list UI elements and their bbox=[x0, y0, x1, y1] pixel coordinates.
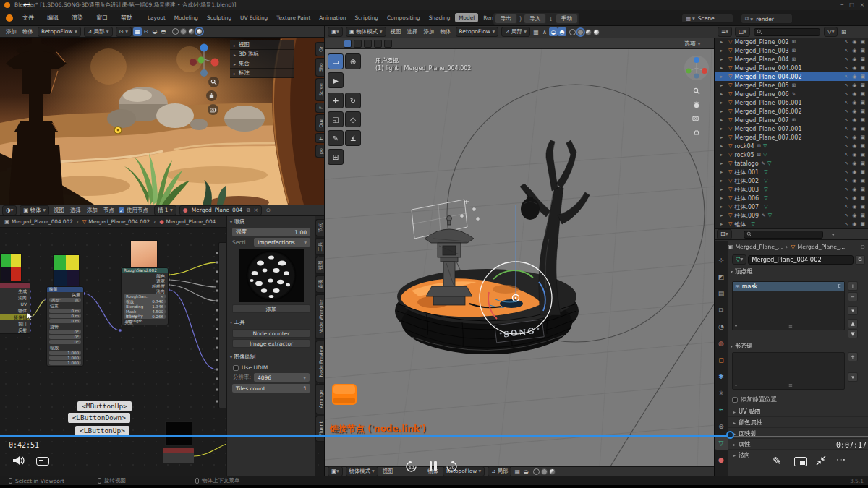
wireframe-shading-button[interactable] bbox=[533, 468, 540, 475]
outliner-row[interactable]: ▸ ▽ Merged_Plane_006.001 ↖ ◉ ▣ bbox=[715, 98, 868, 107]
tools-panel-header[interactable]: ▾ 工具 bbox=[227, 317, 315, 328]
texture-coordinate-node[interactable]: 纹理坐标 生成法向UV物体摄像机窗口反射 bbox=[0, 282, 30, 334]
move-group-up-button[interactable]: ▲ bbox=[848, 319, 858, 328]
mapping-node[interactable]: 映射 矢量 类型:点 位置 0 m0 m0 m 旋转 0°0°0° 缩放 1.0… bbox=[46, 286, 84, 367]
disable-render-icon[interactable]: ▣ bbox=[860, 108, 865, 114]
list-filter-icon[interactable]: ▾ bbox=[735, 382, 737, 388]
hide-viewport-icon[interactable]: ◉ bbox=[852, 108, 856, 114]
outliner-row[interactable]: ▸ ▽ 柱体.009 ✎ ▽ ↖ ◉ ▣ bbox=[715, 211, 868, 220]
node-output[interactable]: 物体 bbox=[0, 307, 30, 314]
sidebar-tab-view[interactable]: 视图 bbox=[315, 257, 324, 274]
selectable-toggle-icon[interactable]: ↖ bbox=[844, 74, 848, 80]
zoom-button[interactable] bbox=[691, 85, 702, 96]
pin-icon[interactable]: ⊙ bbox=[266, 207, 271, 213]
hide-viewport-icon[interactable]: ◉ bbox=[852, 169, 856, 175]
gizmos-toggle[interactable]: ◓ bbox=[159, 27, 168, 36]
object-name[interactable]: 柱体.007 bbox=[734, 203, 759, 211]
vertex-group-specials-button[interactable]: ▾ bbox=[848, 306, 858, 315]
camera-view-button[interactable] bbox=[691, 113, 702, 124]
expand-arrow-icon[interactable]: ▸ bbox=[720, 195, 726, 201]
expand-arrow-icon[interactable]: ▸ bbox=[720, 126, 726, 132]
node-slider[interactable]: Bump strength0.266 bbox=[124, 314, 166, 319]
wireframe-shading-button[interactable] bbox=[172, 28, 179, 35]
outliner-row[interactable]: ▸ ▽ 柱体.006 ▽ ↖ ◉ ▣ bbox=[715, 194, 868, 202]
viewport-menu[interactable]: 物体 bbox=[441, 28, 451, 35]
outliner-row[interactable]: ▸ ▽ Merged_Plane_002 ⊞ ↖ ◉ ▣ bbox=[715, 38, 868, 46]
outliner-search-input[interactable] bbox=[754, 28, 820, 36]
node-editor-menu[interactable]: 视图 bbox=[54, 207, 64, 214]
viewport-menu[interactable]: 视图 bbox=[391, 28, 401, 35]
strength-slider[interactable]: 强度1.00 bbox=[232, 228, 310, 236]
value-field[interactable]: 0 m bbox=[49, 314, 81, 318]
value-field[interactable]: 0° bbox=[49, 330, 81, 334]
viewport-menu[interactable]: 视图 bbox=[383, 468, 393, 475]
annotate-tool[interactable]: ✎ bbox=[328, 130, 344, 146]
scene-name[interactable]: Scene bbox=[698, 15, 715, 22]
transform-tool[interactable]: ◇ bbox=[345, 111, 361, 127]
properties-search-input[interactable] bbox=[744, 231, 823, 239]
hide-viewport-icon[interactable]: ◉ bbox=[852, 74, 856, 80]
viewport-3d[interactable]: 选项 ▾ bbox=[324, 38, 715, 476]
disable-render-icon[interactable]: ▣ bbox=[860, 213, 865, 218]
workspace-tab[interactable]: Scripting bbox=[351, 13, 381, 22]
mapping-type-dropdown[interactable]: 类型:点 bbox=[49, 298, 81, 302]
snap-toggle[interactable]: ▦ bbox=[532, 27, 540, 36]
disable-render-icon[interactable]: ▣ bbox=[860, 204, 865, 210]
selectable-toggle-icon[interactable]: ↖ bbox=[844, 178, 848, 184]
player-back-icon[interactable]: ← bbox=[23, 0, 30, 9]
expand-arrow-icon[interactable]: ▸ bbox=[720, 65, 726, 71]
properties-tab[interactable]: ⊹ bbox=[715, 254, 728, 267]
menubar-menu[interactable]: 渲染 bbox=[65, 10, 90, 26]
subtitles-button[interactable] bbox=[36, 457, 49, 466]
disable-render-icon[interactable]: ▣ bbox=[860, 117, 865, 123]
solid-shading-button[interactable] bbox=[180, 28, 187, 35]
selectable-toggle-icon[interactable]: ↖ bbox=[844, 160, 848, 166]
bracket-icon[interactable]: ) bbox=[519, 16, 522, 22]
object-name[interactable]: tatalogo bbox=[734, 160, 758, 167]
sidepanel-header[interactable]: ▸标注 bbox=[230, 69, 294, 78]
use-nodes-toggle[interactable]: ✓ 使用节点 bbox=[119, 207, 148, 214]
breadcrumb-object[interactable]: Merged_Plane_004.002 bbox=[12, 218, 73, 225]
transform-orientation[interactable]: ⊿ 局部 bbox=[488, 466, 511, 476]
node-slider[interactable]: Blending1.346 bbox=[124, 304, 166, 309]
retopoflow-menu[interactable]: RetopoFlow ▾ bbox=[456, 27, 499, 37]
image-selector[interactable]: RoughSan..× bbox=[124, 294, 166, 299]
add-button[interactable]: 添加 bbox=[232, 304, 310, 313]
workspace-tab[interactable]: Texture Paint bbox=[273, 13, 314, 22]
outliner-row[interactable]: ▸ ▽ Merged_Plane_003 ⊞ ↖ ◉ ▣ bbox=[715, 46, 868, 55]
selectable-toggle-icon[interactable]: ↖ bbox=[844, 143, 848, 149]
menubar-menu[interactable]: 窗口 bbox=[90, 10, 114, 26]
outliner-row[interactable]: ▸ ▽ Merged_Plane_005 ⊞ ↖ ◉ ▣ bbox=[715, 81, 868, 90]
pan-button[interactable] bbox=[691, 99, 702, 110]
imperfections-dropdown[interactable]: Imperfections▾ bbox=[254, 238, 310, 247]
disable-render-icon[interactable]: ▣ bbox=[860, 100, 865, 106]
hide-viewport-icon[interactable]: ◉ bbox=[852, 160, 856, 166]
object-name[interactable]: Merged_Plane_007.001 bbox=[734, 126, 801, 132]
pivot-point[interactable]: ⊙ ▾ bbox=[116, 27, 132, 37]
hide-viewport-icon[interactable]: ◉ bbox=[852, 152, 856, 158]
options-icon[interactable]: ▾ bbox=[832, 231, 835, 238]
node-editor-menu[interactable]: 添加 bbox=[87, 207, 98, 214]
measure-tool[interactable]: ∡ bbox=[345, 130, 361, 146]
node-output[interactable]: 反射 bbox=[0, 327, 30, 333]
overlays-toggle[interactable]: ◒ bbox=[522, 467, 530, 476]
move-group-down-button[interactable]: ▼ bbox=[848, 329, 858, 338]
hide-viewport-icon[interactable]: ◉ bbox=[852, 143, 856, 149]
node-output[interactable]: 摄像机 bbox=[0, 314, 30, 320]
selectable-toggle-icon[interactable]: ↖ bbox=[844, 195, 848, 201]
material-shading-button[interactable] bbox=[188, 28, 195, 35]
wireframe-shading-button[interactable] bbox=[569, 29, 576, 35]
node-header[interactable]: RoughSand.002 bbox=[122, 268, 168, 273]
pan-button[interactable] bbox=[206, 90, 217, 101]
select-mode-tweak[interactable] bbox=[344, 40, 352, 48]
selectable-toggle-icon[interactable]: ↖ bbox=[844, 204, 848, 210]
menubar-menu[interactable]: 文件 bbox=[16, 10, 41, 26]
material-name[interactable]: Merged_Plane_004 bbox=[192, 207, 243, 213]
sidepanel-header[interactable]: ▸视图 bbox=[230, 40, 294, 50]
node-output[interactable]: 法向 bbox=[122, 288, 168, 294]
properties-tab[interactable]: ⧉ bbox=[715, 304, 728, 317]
node-output[interactable]: 颜色 bbox=[122, 273, 168, 278]
properties-display-button[interactable]: ⊞▾ bbox=[717, 229, 732, 239]
material-slot-selector[interactable]: 槽 1 ▾ bbox=[154, 205, 176, 215]
hide-viewport-icon[interactable]: ◉ bbox=[852, 48, 856, 53]
